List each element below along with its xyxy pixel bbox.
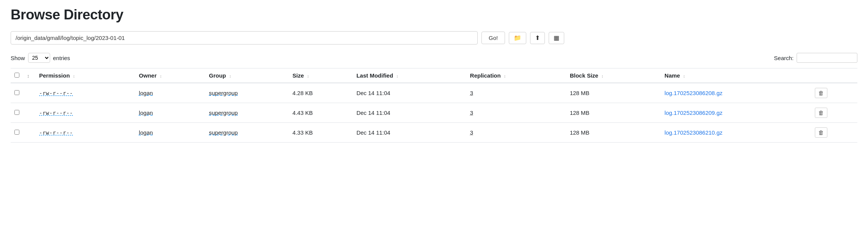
delete-button[interactable]: 🗑 [815,108,827,118]
row-checkbox[interactable] [14,90,19,95]
file-link[interactable]: log.1702523086210.gz [664,129,723,136]
row-block-size: 128 MB [566,83,661,103]
sort-num-icon: ↕ [27,73,30,79]
show-label: Show [11,55,25,61]
search-label: Search: [774,55,794,61]
sort-blocksize-icon: ↕ [601,74,604,78]
sort-size-icon: ↕ [307,74,309,78]
folder-icon: 📁 [514,35,521,41]
row-size: 4.43 KB [289,103,352,123]
go-button[interactable]: Go! [481,32,505,44]
select-all-checkbox[interactable] [14,73,19,78]
row-group[interactable]: supergroup [205,83,289,103]
row-last-modified: Dec 14 11:04 [353,103,466,123]
row-name[interactable]: log.1702523086210.gz [661,123,811,143]
row-permission: -rw-r--r-- [35,103,135,123]
search-input[interactable] [797,53,857,63]
row-replication: 3 [466,123,566,143]
row-checkbox-cell [11,83,23,103]
th-last-modified[interactable]: Last Modified ↕ [353,68,466,83]
table-row: -rw-r--r--logansupergroup4.43 KBDec 14 1… [11,103,857,123]
row-checkbox[interactable] [14,110,19,115]
row-name[interactable]: log.1702523086208.gz [661,83,811,103]
row-permission: -rw-r--r-- [35,123,135,143]
row-owner[interactable]: logan [135,83,205,103]
path-bar: Go! 📁 ⬆ ▦ [11,31,857,44]
sort-replication-icon: ↕ [504,74,506,78]
row-block-size: 128 MB [566,103,661,123]
sort-name-icon: ↕ [683,74,685,78]
upload-button[interactable]: ⬆ [530,32,545,44]
delete-button[interactable]: 🗑 [815,88,827,98]
upload-icon: ⬆ [535,35,540,41]
th-name[interactable]: Name ↕ [661,68,811,83]
row-owner[interactable]: logan [135,103,205,123]
table-header-row: ↕ Permission ↕ Owner ↕ Group ↕ Size ↕ La… [11,68,857,83]
file-link[interactable]: log.1702523086208.gz [664,90,723,96]
sort-group-icon: ↕ [229,74,231,78]
th-replication[interactable]: Replication ↕ [466,68,566,83]
row-checkbox-cell [11,103,23,123]
table-body: -rw-r--r--logansupergroup4.28 KBDec 14 1… [11,83,857,143]
controls-row: Show 10 25 50 100 entries Search: [11,53,857,63]
folder-button[interactable]: 📁 [509,32,526,44]
th-block-size[interactable]: Block Size ↕ [566,68,661,83]
table-row: -rw-r--r--logansupergroup4.33 KBDec 14 1… [11,123,857,143]
th-owner[interactable]: Owner ↕ [135,68,205,83]
th-checkbox [11,68,23,83]
table-icon: ▦ [554,35,559,41]
row-delete-cell: 🗑 [811,103,857,123]
row-size: 4.28 KB [289,83,352,103]
row-group[interactable]: supergroup [205,123,289,143]
sort-modified-icon: ↕ [396,74,399,78]
th-size[interactable]: Size ↕ [289,68,352,83]
row-size: 4.33 KB [289,123,352,143]
th-permission[interactable]: Permission ↕ [35,68,135,83]
row-replication: 3 [466,103,566,123]
row-owner[interactable]: logan [135,123,205,143]
row-num-cell [23,103,35,123]
row-last-modified: Dec 14 11:04 [353,123,466,143]
row-last-modified: Dec 14 11:04 [353,83,466,103]
row-checkbox[interactable] [14,130,19,135]
delete-button[interactable]: 🗑 [815,127,827,138]
sort-permission-icon: ↕ [73,74,75,78]
row-replication: 3 [466,83,566,103]
row-checkbox-cell [11,123,23,143]
row-delete-cell: 🗑 [811,123,857,143]
row-block-size: 128 MB [566,123,661,143]
th-group[interactable]: Group ↕ [205,68,289,83]
th-sort-num[interactable]: ↕ [23,68,35,83]
entries-label: entries [53,55,70,61]
row-delete-cell: 🗑 [811,83,857,103]
row-num-cell [23,83,35,103]
row-name[interactable]: log.1702523086209.gz [661,103,811,123]
file-link[interactable]: log.1702523086209.gz [664,110,723,116]
search-control: Search: [774,53,857,63]
row-num-cell [23,123,35,143]
file-table: ↕ Permission ↕ Owner ↕ Group ↕ Size ↕ La… [11,68,857,143]
page-title: Browse Directory [11,7,857,23]
table-row: -rw-r--r--logansupergroup4.28 KBDec 14 1… [11,83,857,103]
entries-select[interactable]: 10 25 50 100 [28,53,50,63]
row-permission: -rw-r--r-- [35,83,135,103]
show-entries-control: Show 10 25 50 100 entries [11,53,70,63]
table-view-button[interactable]: ▦ [549,32,564,44]
path-input[interactable] [11,31,478,44]
sort-owner-icon: ↕ [160,74,162,78]
row-group[interactable]: supergroup [205,103,289,123]
th-action [811,68,857,83]
